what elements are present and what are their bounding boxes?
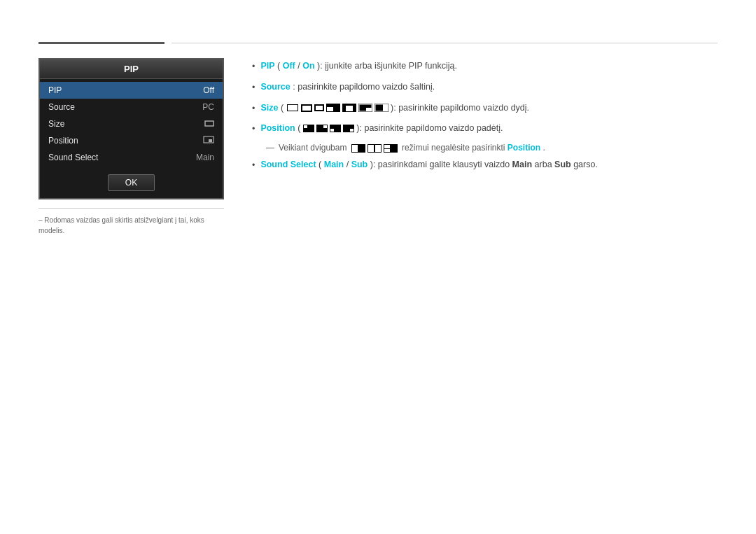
sound-select-label: Sound Select xyxy=(260,160,316,169)
position-label: Position xyxy=(260,123,295,133)
svg-rect-28 xyxy=(352,145,358,152)
dbl-icon-2 xyxy=(368,144,382,153)
ok-button-row: OK xyxy=(40,169,223,198)
pip-item-label: PIP xyxy=(48,85,62,95)
size-icon xyxy=(204,120,214,127)
list-item-size: Size ( ): pasirinkite papildomo xyxy=(252,101,718,115)
pip-label: PIP xyxy=(260,61,274,71)
source-desc: Source : pasirinkite papildomo vaizdo ša… xyxy=(260,80,435,94)
footnote-content: Rodomas vaizdas gali skirtis atsižvelgia… xyxy=(38,216,204,234)
bullet-list-sound: Sound Select ( Main / Sub ): pasirinkdam… xyxy=(252,158,718,172)
pos-icon-3 xyxy=(330,125,341,132)
svg-rect-20 xyxy=(304,125,307,128)
main-layout: PIP PIP Off Source PC Si xyxy=(38,58,718,235)
left-panel: PIP PIP Off Source PC Si xyxy=(38,58,224,235)
dash-note-position: Veikiant dvigubam režimui negalėsite pas… xyxy=(266,143,718,153)
list-item-source: Source : pasirinkite papildomo vaizdo ša… xyxy=(252,80,718,94)
svg-rect-34 xyxy=(384,149,390,152)
position-icon xyxy=(203,136,214,143)
svg-rect-33 xyxy=(384,145,390,148)
sound-select-sub: Sub xyxy=(351,160,368,169)
pip-menu-item-pip[interactable]: PIP Off xyxy=(40,82,223,99)
top-rule-right xyxy=(172,43,718,43)
position-icons-row xyxy=(303,125,354,132)
dbl-icon-3 xyxy=(384,144,398,153)
size-icon-5 xyxy=(342,104,356,112)
svg-rect-12 xyxy=(346,106,353,111)
size-icon-2 xyxy=(301,104,312,112)
ok-button[interactable]: OK xyxy=(108,174,155,191)
source-label: Source xyxy=(260,82,290,92)
position-desc-text: ): pasirinkite papildomo vaizdo padėtį. xyxy=(356,123,503,133)
svg-rect-4 xyxy=(288,105,298,111)
source-item-label: Source xyxy=(48,102,75,112)
size-item-value xyxy=(204,119,214,129)
footnote-area: – Rodomas vaizdas gali skirtis atsižvelg… xyxy=(38,208,224,235)
pip-desc: PIP ( Off / On ): įjunkite arba išjunkit… xyxy=(260,59,457,73)
source-desc-text: : pasirinkite papildomo vaizdo šaltinį. xyxy=(293,82,435,92)
footnote-text: – Rodomas vaizdas gali skirtis atsižvelg… xyxy=(38,216,204,234)
bullet-list: PIP ( Off / On ): įjunkite arba išjunkit… xyxy=(252,59,718,136)
dash-note-content: Veikiant dvigubam režimui negalėsite pas… xyxy=(279,143,545,153)
svg-rect-0 xyxy=(205,121,214,126)
svg-rect-18 xyxy=(383,104,388,111)
dbl-icon-1 xyxy=(351,144,365,153)
svg-rect-8 xyxy=(316,106,323,110)
pos-icon-1 xyxy=(303,125,314,132)
svg-rect-10 xyxy=(327,107,333,111)
dash-note-text2: režimui negalėsite pasirinkti xyxy=(402,143,507,153)
pip-on: On xyxy=(302,61,314,71)
size-label: Size xyxy=(260,103,278,113)
position-desc: Position ( ): pasirinkite papildomo vaiz… xyxy=(260,122,503,135)
sound-select-item-label: Sound Select xyxy=(48,153,98,162)
svg-rect-22 xyxy=(323,125,327,128)
sound-select-text2: arba xyxy=(535,160,555,169)
source-item-value: PC xyxy=(202,102,214,112)
sound-select-item-value: Main xyxy=(196,153,214,162)
size-icon-3 xyxy=(314,104,324,111)
dash-note-text1: Veikiant dvigubam xyxy=(279,143,346,153)
list-item-sound-select: Sound Select ( Main / Sub ): pasirinkdam… xyxy=(252,158,718,172)
svg-rect-30 xyxy=(368,145,374,152)
pip-title: PIP xyxy=(124,64,139,74)
pip-menu-item-source[interactable]: Source PC xyxy=(40,99,223,115)
svg-rect-26 xyxy=(350,129,354,132)
position-paren-open: ( xyxy=(298,123,300,133)
pos-icon-2 xyxy=(316,125,328,132)
page-container: PIP PIP Off Source PC Si xyxy=(0,0,756,263)
pip-paren-open: ( xyxy=(277,61,280,71)
position-item-label: Position xyxy=(48,136,78,146)
top-rule-area xyxy=(38,42,718,44)
sound-select-main-bold: Main xyxy=(512,160,532,169)
size-icon-6 xyxy=(358,104,372,112)
size-desc-text: ): pasirinkite papildomo vaizdo dydį. xyxy=(391,103,529,113)
pip-off: Off xyxy=(283,61,295,71)
svg-rect-15 xyxy=(366,108,372,111)
pip-menu-item-size[interactable]: Size xyxy=(40,115,223,132)
sound-select-slash: / xyxy=(346,160,351,169)
right-content: PIP ( Off / On ): įjunkite arba išjunkit… xyxy=(252,58,718,179)
dash-note-position-label: Position xyxy=(507,143,540,153)
double-mode-icons xyxy=(351,144,398,153)
pip-menu-item-position[interactable]: Position xyxy=(40,132,223,149)
size-desc: Size ( ): pasirinkite papildomo xyxy=(260,101,529,115)
pip-menu-item-sound-select[interactable]: Sound Select Main xyxy=(40,149,223,166)
sound-select-desc: Sound Select ( Main / Sub ): pasirinkdam… xyxy=(260,158,598,171)
pip-title-bar: PIP xyxy=(40,59,223,79)
size-icon-4 xyxy=(326,104,340,112)
list-item-position: Position ( ): pasirinkite papildomo vaiz… xyxy=(252,122,718,136)
sound-select-paren-open: ( xyxy=(318,160,321,169)
position-item-value xyxy=(203,136,214,146)
sound-select-text3: garso. xyxy=(573,160,598,169)
list-item-pip: PIP ( Off / On ): įjunkite arba išjunkit… xyxy=(252,59,718,73)
pip-item-value: Off xyxy=(203,85,214,95)
pip-box: PIP PIP Off Source PC Si xyxy=(38,58,224,199)
svg-rect-6 xyxy=(302,106,311,111)
size-icon-1 xyxy=(286,104,299,112)
top-rule-left xyxy=(38,42,164,44)
size-item-label: Size xyxy=(48,119,64,129)
sound-select-sub-bold: Sub xyxy=(554,160,571,169)
svg-rect-31 xyxy=(375,145,381,152)
dash-note-text3: . xyxy=(543,143,545,153)
svg-rect-2 xyxy=(209,139,212,142)
